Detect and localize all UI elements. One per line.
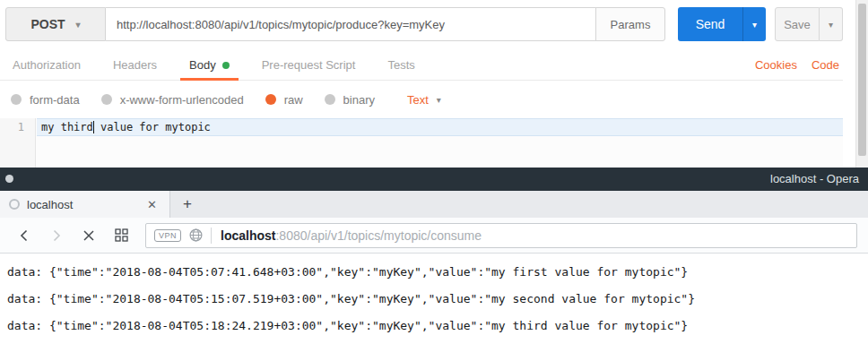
tab-label: Body [189, 58, 216, 72]
screenshot-root: POST ▾ Params Send ▾ Save ▾ Authorizatio… [0, 0, 868, 361]
back-button[interactable] [11, 222, 38, 249]
tab-label: Authorization [13, 58, 81, 72]
opera-navbar: VPN localhost :8080/api/v1/topics/mytopi… [0, 218, 868, 254]
chevron-down-icon: ▾ [752, 20, 757, 30]
radio-icon [11, 94, 22, 105]
save-options-button[interactable]: ▾ [820, 7, 843, 41]
page-content: data: {"time":"2018-08-04T05:07:41.648+0… [0, 254, 868, 361]
raw-type-dropdown[interactable]: Text ▾ [407, 93, 441, 107]
tab-headers[interactable]: Headers [113, 50, 157, 80]
address-separator [211, 228, 212, 244]
globe-icon [189, 228, 203, 242]
stop-loading-button[interactable] [75, 222, 102, 249]
request-toolbar: POST ▾ Params Send ▾ Save ▾ [5, 7, 843, 41]
editor-gutter: 1 [0, 118, 36, 168]
window-dot-icon [5, 175, 13, 183]
mode-form-data[interactable]: form-data [11, 93, 80, 107]
http-method-label: POST [30, 17, 65, 31]
chevron-down-icon: ▾ [76, 20, 81, 30]
postman-window: POST ▾ Params Send ▾ Save ▾ Authorizatio… [0, 0, 868, 168]
chevron-right-icon [50, 229, 63, 242]
raw-body-editor[interactable]: 1 my third value for mytopic [0, 118, 843, 168]
mode-label: binary [343, 93, 375, 107]
new-tab-button[interactable]: + [170, 191, 204, 218]
mode-label: form-data [30, 93, 80, 107]
request-section-tabs: Authorization Headers Body Pre-request S… [0, 50, 843, 81]
raw-type-label: Text [407, 93, 429, 107]
active-tab-underline [180, 78, 239, 81]
speed-dial-button[interactable] [108, 222, 135, 249]
chevron-left-icon [18, 229, 30, 242]
send-button-group: Send ▾ [678, 7, 766, 41]
mode-x-www-form-urlencoded[interactable]: x-www-form-urlencoded [101, 93, 244, 107]
editor-text-after-cursor: value for mytopic [94, 121, 211, 133]
mode-binary[interactable]: binary [325, 93, 375, 107]
tab-label: Headers [113, 58, 157, 72]
toolbar-links: Cookies Code [755, 58, 843, 72]
radio-selected-icon [265, 94, 276, 105]
editor-text-before-cursor: my third [41, 121, 93, 133]
address-host: localhost [221, 228, 275, 243]
sse-data-line: data: {"time":"2018-08-04T05:07:41.648+0… [7, 258, 868, 285]
vertical-scrollbar[interactable] [855, 0, 868, 168]
vpn-badge[interactable]: VPN [154, 229, 181, 242]
sse-data-line: data: {"time":"2018-08-04T05:15:07.519+0… [7, 285, 868, 312]
cookies-link[interactable]: Cookies [755, 58, 797, 72]
close-tab-icon[interactable]: ✕ [143, 196, 161, 213]
mode-label: raw [284, 93, 303, 107]
forward-button-disabled[interactable] [43, 222, 70, 249]
send-button[interactable]: Send [678, 7, 742, 41]
http-method-select[interactable]: POST ▾ [5, 7, 106, 41]
request-url-input[interactable] [106, 7, 596, 41]
chevron-down-icon: ▾ [829, 20, 833, 30]
body-has-content-dot [222, 62, 230, 69]
chevron-down-icon: ▾ [437, 95, 441, 105]
close-x-icon [82, 229, 95, 242]
favicon-placeholder-icon [9, 199, 20, 210]
radio-icon [101, 94, 112, 105]
save-button[interactable]: Save [775, 7, 820, 41]
params-button[interactable]: Params [595, 7, 665, 41]
opera-tabstrip: localhost ✕ + [0, 191, 868, 218]
tab-authorization[interactable]: Authorization [13, 50, 81, 80]
address-bar[interactable]: VPN localhost :8080/api/v1/topics/mytopi… [145, 223, 857, 248]
opera-titlebar: localhost - Opera [0, 168, 868, 191]
code-link[interactable]: Code [812, 58, 839, 72]
tab-label: Tests [387, 58, 414, 72]
radio-icon [325, 94, 335, 105]
editor-active-line[interactable]: my third value for mytopic [37, 118, 843, 136]
send-options-button[interactable]: ▾ [742, 7, 766, 41]
save-button-group: Save ▾ [775, 7, 843, 41]
sse-data-line: data: {"time":"2018-08-04T05:18:24.219+0… [7, 312, 868, 339]
body-mode-selector: form-data x-www-form-urlencoded raw bina… [11, 88, 843, 111]
address-path: :8080/api/v1/topics/mytopic/consume [275, 228, 482, 243]
tab-pre-request-script[interactable]: Pre-request Script [262, 50, 356, 80]
mode-label: x-www-form-urlencoded [120, 93, 244, 107]
window-title: localhost - Opera [770, 168, 859, 191]
tab-tests[interactable]: Tests [387, 50, 414, 80]
scrollbar-thumb[interactable] [858, 4, 866, 156]
tab-body[interactable]: Body [189, 50, 230, 80]
grid-icon [115, 228, 128, 242]
browser-tab-localhost[interactable]: localhost ✕ [0, 191, 170, 218]
mode-raw[interactable]: raw [265, 93, 303, 107]
tab-label: Pre-request Script [262, 58, 356, 72]
line-number: 1 [0, 118, 35, 136]
tab-title: localhost [27, 198, 143, 211]
